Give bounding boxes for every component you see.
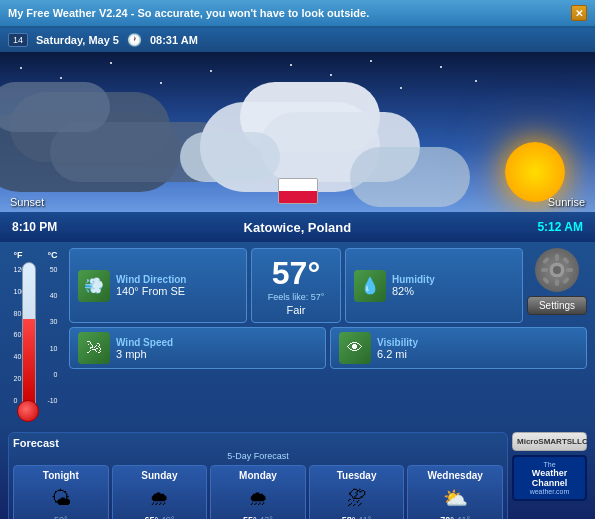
forecast-days: Tonight 🌤 50° Sunday 🌧 65° 49° Monday 🌧 [13, 465, 503, 519]
forecast-day-tonight: Tonight 🌤 50° [13, 465, 109, 519]
visibility-card: 👁 Visibility 6.2 mi [330, 327, 587, 369]
forecast-section: Forecast 5-Day Forecast Tonight 🌤 50° Su… [8, 432, 508, 519]
humidity-card: 💧 Humidity 82% [345, 248, 523, 323]
humidity-text: Humidity 82% [392, 274, 435, 297]
svg-rect-6 [542, 257, 550, 265]
microsmarts-logo: MicroSMARTSLLC [512, 432, 587, 451]
day-temps-sunday: 65° 49° [145, 515, 175, 519]
thermometer-area: °F °C 120 100 80 60 40 20 0 50 40 [8, 248, 63, 422]
day-temps-monday: 55° 43° [243, 515, 273, 519]
forecast-day-monday: Monday 🌧 55° 43° [210, 465, 306, 519]
celsius-label: °C [47, 250, 57, 260]
wind-speed-icon: 🌬 [78, 332, 110, 364]
forecast-day-wednesday: Wednesday ⛅ 70° 41° [407, 465, 503, 519]
visibility-value: 6.2 mi [377, 348, 418, 360]
humidity-icon: 💧 [354, 270, 386, 302]
day-icon-tuesday: ⛈ [339, 483, 375, 513]
title-bar: My Free Weather V2.24 - So accurate, you… [0, 0, 595, 28]
day-low-sunday: 49° [161, 515, 175, 519]
sun-graphic [505, 142, 565, 202]
time-text: 08:31 AM [150, 34, 198, 46]
day-badge: 14 [8, 33, 28, 47]
thermometer: 120 100 80 60 40 20 0 50 40 30 10 0 -10 [14, 262, 58, 422]
temperature-display: 57° [264, 255, 328, 292]
forecast-day-tuesday: Tuesday ⛈ 58° 41° [309, 465, 405, 519]
center-temperature: 57° Feels like: 57° Fair [251, 248, 341, 323]
day-low-tuesday: 41° [358, 515, 372, 519]
day-temps-tuesday: 58° 41° [342, 515, 372, 519]
wind-direction-icon: 💨 [78, 270, 110, 302]
sunset-sky-label: Sunset [10, 196, 44, 208]
forecast-sublabel: 5-Day Forecast [13, 451, 503, 461]
day-temps-tonight: 50° [54, 515, 68, 519]
right-sidebar: MicroSMARTSLLC The Weather Channel weath… [512, 432, 587, 519]
svg-rect-7 [562, 277, 570, 285]
wind-speed-title: Wind Speed [116, 337, 173, 348]
svg-rect-2 [555, 254, 559, 261]
thermo-body [22, 262, 36, 404]
day-name-tonight: Tonight [43, 470, 79, 481]
location-name: Katowice, Poland [244, 220, 352, 235]
day-high-tuesday: 58° [342, 515, 356, 519]
sunrise-sky-label: Sunrise [548, 196, 585, 208]
thermo-scale-c: 50 40 30 10 0 -10 [50, 266, 58, 404]
widget-row-1: 💨 Wind Direction 140° From SE 57° Feels … [69, 248, 587, 323]
forecast-day-sunday: Sunday 🌧 65° 49° [112, 465, 208, 519]
sky-area: Sunset Sunrise [0, 52, 595, 212]
thermo-fill [23, 319, 35, 403]
humidity-value: 82% [392, 285, 435, 297]
svg-rect-3 [555, 279, 559, 286]
feels-like: Feels like: 57° [264, 292, 328, 302]
day-name-monday: Monday [239, 470, 277, 481]
day-high-sunday: 65° [145, 515, 159, 519]
sunrise-time: 5:12 AM [537, 220, 583, 234]
wind-speed-text: Wind Speed 3 mph [116, 337, 173, 360]
datetime-bar: 14 Saturday, May 5 🕐 08:31 AM [0, 28, 595, 52]
svg-rect-9 [562, 257, 570, 265]
weather-channel-logo: The Weather Channel weather.com [512, 455, 587, 501]
visibility-icon: 👁 [339, 332, 371, 364]
clock-icon: 🕐 [127, 33, 142, 47]
day-high-monday: 55° [243, 515, 257, 519]
fahrenheit-label: °F [14, 250, 23, 260]
main-weather-content: °F °C 120 100 80 60 40 20 0 50 40 [0, 242, 595, 428]
twc-dotcom: weather.com [518, 488, 581, 495]
day-high-wednesday: 70° [440, 515, 454, 519]
sunset-time: 8:10 PM [12, 220, 57, 234]
date-text: Saturday, May 5 [36, 34, 119, 46]
wind-speed-card: 🌬 Wind Speed 3 mph [69, 327, 326, 369]
twc-the: The [518, 461, 581, 468]
day-low-wednesday: 41° [456, 515, 470, 519]
wind-direction-card: 💨 Wind Direction 140° From SE [69, 248, 247, 323]
settings-button[interactable]: Settings [527, 296, 587, 315]
day-name-sunday: Sunday [141, 470, 177, 481]
microsmarts-text: MicroSMARTSLLC [517, 437, 582, 446]
weather-widgets: 💨 Wind Direction 140° From SE 57° Feels … [69, 248, 587, 369]
wind-direction-text: Wind Direction 140° From SE [116, 274, 186, 297]
weather-condition: Fair [264, 304, 328, 316]
forecast-header: Forecast [13, 437, 503, 449]
svg-rect-8 [542, 277, 550, 285]
day-icon-tonight: 🌤 [43, 483, 79, 513]
day-icon-monday: 🌧 [240, 483, 276, 513]
wind-direction-title: Wind Direction [116, 274, 186, 285]
day-low-tonight: 50° [54, 515, 68, 519]
day-low-monday: 43° [259, 515, 273, 519]
thermo-bulb [17, 400, 39, 422]
day-temps-wednesday: 70° 41° [440, 515, 470, 519]
day-icon-sunday: 🌧 [141, 483, 177, 513]
app-title: My Free Weather V2.24 - So accurate, you… [8, 7, 369, 19]
twc-weather: Weather [518, 468, 581, 478]
day-name-tuesday: Tuesday [337, 470, 377, 481]
svg-rect-5 [566, 268, 573, 272]
visibility-text: Visibility 6.2 mi [377, 337, 418, 360]
widget-row-2: 🌬 Wind Speed 3 mph 👁 Visibility 6.2 mi [69, 327, 587, 369]
wind-direction-value: 140° From SE [116, 285, 186, 297]
thermo-scale-f: 120 100 80 60 40 20 0 [14, 266, 22, 404]
settings-area: Settings [527, 248, 587, 323]
sky-labels: Sunset Sunrise [0, 196, 595, 208]
svg-point-1 [553, 266, 561, 274]
wind-speed-value: 3 mph [116, 348, 173, 360]
twc-channel: Channel [518, 478, 581, 488]
close-button[interactable]: ✕ [571, 5, 587, 21]
